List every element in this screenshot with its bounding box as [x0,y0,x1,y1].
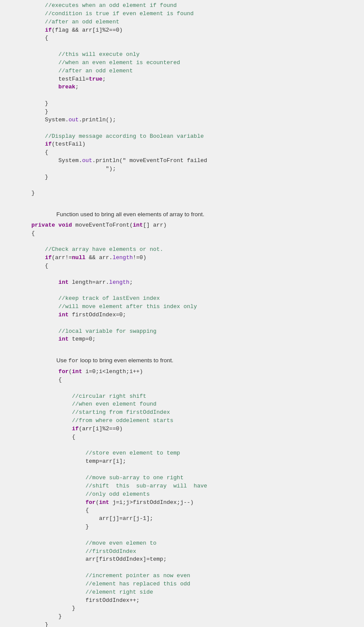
code-line-2-14: int temp=0; [4,335,364,344]
code-line-4-1: { [4,376,364,384]
code-line-0-24 [4,198,364,206]
code-token: //after an odd element [4,68,133,74]
code-token: temp=arr[i]; [4,458,126,465]
code-token [4,499,85,506]
code-token: System. [4,157,82,164]
code-line-2-11: int firstOddIndex=0; [4,311,364,319]
code-token: { [4,35,48,41]
code-line-4-2 [4,384,364,393]
code-line-4-12 [4,466,364,474]
code-line-0-19: System.out.println(" moveEventToFront fa… [4,157,364,165]
code-line-0-23: } [4,189,364,198]
code-token: //move sub-array to one right [4,474,183,481]
code-line-4-27: //element right side [4,588,364,597]
code-line-4-4: //when even element found [4,400,364,409]
code-token: if [72,426,79,432]
code-token: for [58,368,68,375]
code-token: //move even elemen to [4,540,156,546]
code-token: //Display message according to Boolean v… [4,133,204,140]
code-line-4-14: //shift this sub-array will have [4,482,364,491]
code-line-2-0: private void moveEventToFront(int[] arr) [4,221,364,230]
code-token [4,254,45,261]
code-line-4-30: } [4,613,364,621]
code-token: ( [68,368,72,375]
code-token [4,279,58,286]
content-container: //executes when an odd element if found … [0,2,364,627]
code-token: //when even element found [4,401,156,407]
code-token [4,27,45,33]
code-token: //keep track of lastEven index [4,295,160,302]
code-token: i=0;i<length;i++) [82,368,143,375]
code-token: { [4,230,35,237]
code-line-2-13: //local variable for swapping [4,328,364,336]
code-token: //Check array have elements or not. [4,246,163,253]
code-line-2-15 [4,344,364,352]
code-token: //firstOddIndex [4,548,136,555]
code-token: length [113,254,133,261]
code-token [55,222,58,228]
code-token: //element right side [4,589,153,595]
code-line-4-7: if(arr[i]%2==0) [4,425,364,433]
code-token: //executes when an odd element if found [4,2,177,9]
code-token: } [4,174,48,180]
code-line-4-24 [4,564,364,572]
code-line-2-9: //keep track of lastEven index [4,295,364,303]
code-line-2-8 [4,286,364,295]
code-line-0-21: } [4,173,364,182]
code-line-2-1: { [4,230,364,238]
code-line-0-7: //when an even element is ecountered [4,59,364,67]
code-line-0-10: break; [4,83,364,91]
code-token: .println(); [79,117,116,123]
code-line-2-6 [4,270,364,279]
code-token: firstOddIndex++; [4,597,140,604]
code-token: for [85,499,95,506]
code-line-4-18: arr[j]=arr[j-1]; [4,515,364,523]
code-token: && arr. [85,254,112,261]
code-line-0-16: //Display message according to Boolean v… [4,133,364,141]
code-token: private [31,222,55,228]
code-token: (arr[i]%2==0) [79,426,123,432]
code-line-0-18: { [4,149,364,157]
code-token: (testFail) [52,141,85,147]
code-token: //when an even element is ecountered [4,59,180,66]
code-token: if [45,254,52,261]
code-token: arr[firstOddIndex]=temp; [4,556,166,562]
code-line-0-17: if(testFail) [4,140,364,149]
code-token: } [4,190,35,196]
code-token: "); [4,166,116,172]
code-line-0-2: //after an odd element [4,18,364,26]
code-token [4,368,58,375]
code-line-0-15 [4,124,364,133]
code-token: //store even element to temp [4,450,180,456]
code-token: j=i;j>firstOddIndex;j--) [109,499,194,506]
code-line-4-21: //move even elemen to [4,539,364,548]
code-token: int [133,222,143,228]
code-token: length [109,279,130,286]
code-section-2: private void moveEventToFront(int[] arr)… [0,221,364,352]
code-line-0-3: if(flag && arr[i]%2==0) [4,26,364,35]
code-token: null [72,254,85,261]
code-line-0-0: //executes when an odd element if found [4,2,364,10]
code-token [4,336,58,342]
prose-section-1: Function used to bring all even elements… [0,206,364,221]
prose-section-3: Use for loop to bring even elements to f… [0,352,364,368]
code-line-4-23: arr[firstOddIndex]=temp; [4,556,364,564]
page: //executes when an odd element if found … [0,0,364,627]
code-line-4-31: } [4,621,364,627]
code-line-2-2 [4,237,364,246]
code-token: } [4,613,62,620]
code-token: //from where oddelement starts [4,417,173,424]
code-token: //this will execute only [4,51,140,58]
code-token: out [82,157,92,164]
code-token: firstOddIndex=0; [68,312,126,318]
code-token: { [4,507,89,513]
code-line-4-0: for(int i=0;i<length;i++) [4,368,364,376]
code-token: //only odd elements [4,491,150,497]
code-line-4-20 [4,531,364,539]
code-token: out [68,117,78,123]
code-token: moveEventToFront( [72,222,133,228]
code-token: int [58,312,68,318]
code-line-0-5 [4,42,364,51]
code-token: //after an odd element [4,19,119,25]
code-line-4-28: firstOddIndex++; [4,597,364,605]
